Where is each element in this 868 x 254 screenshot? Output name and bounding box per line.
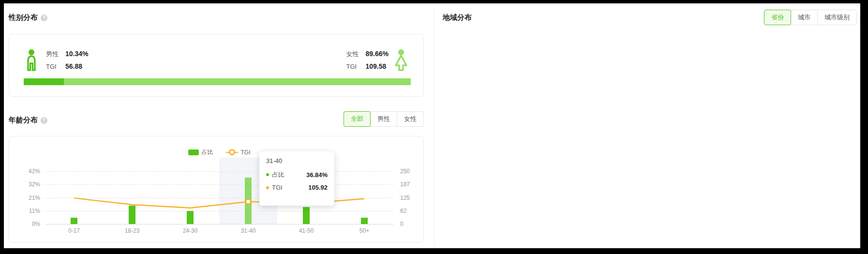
male-percent: 10.34% bbox=[65, 50, 88, 58]
y-axis-label-left: 32% bbox=[9, 181, 40, 188]
x-axis-label: 0-17 bbox=[55, 227, 93, 234]
male-label: 男性 bbox=[46, 50, 59, 59]
y-axis-label-left: 42% bbox=[9, 168, 40, 175]
orange-dot-icon bbox=[266, 186, 269, 189]
gender-section-title: 性别分布 ? bbox=[9, 13, 47, 22]
line-legend-marker bbox=[226, 149, 238, 155]
female-label: 女性 bbox=[346, 50, 359, 59]
y-axis-label-right: 62 bbox=[400, 208, 423, 214]
age-title-text: 年龄分布 bbox=[9, 116, 38, 125]
region-tab-1[interactable]: 城市 bbox=[791, 10, 818, 25]
age-bar[interactable] bbox=[187, 211, 194, 224]
gender-card: 男性 10.34% TGI 56.88 女性 89.66% TGI 109.58 bbox=[9, 34, 424, 97]
green-dot-icon bbox=[266, 173, 269, 176]
age-tab-0[interactable]: 全部 bbox=[344, 111, 371, 127]
age-bar[interactable] bbox=[129, 206, 135, 224]
y-axis-label-right: 250 bbox=[400, 168, 423, 175]
legend-item-ratio[interactable]: 占比 bbox=[188, 148, 213, 156]
female-percent: 89.66% bbox=[366, 50, 389, 58]
gender-ratio-bar bbox=[24, 78, 411, 85]
x-axis-label: 41-50 bbox=[287, 227, 326, 234]
age-bar[interactable] bbox=[303, 207, 310, 224]
legend-item-tgi[interactable]: TGI bbox=[226, 149, 251, 156]
region-tab-0[interactable]: 省份 bbox=[764, 10, 791, 25]
age-tab-2[interactable]: 女性 bbox=[397, 111, 424, 127]
panel-demographics: 性别分布 ? 男性 10.34% TGI 56.88 女性 89.66% TGI… bbox=[4, 3, 434, 248]
legend-tgi-label: TGI bbox=[241, 149, 251, 156]
gridline bbox=[45, 211, 393, 211]
age-bar[interactable] bbox=[361, 218, 368, 224]
y-axis-label-left: 11% bbox=[9, 208, 40, 214]
tooltip-row-tgi: TGI 105.92 bbox=[266, 184, 328, 191]
y-axis-label-right: 0 bbox=[400, 221, 423, 227]
help-icon[interactable]: ? bbox=[41, 117, 47, 124]
age-chart-card: 占比 TGI 42%25032%18721%12511%620%00-1718-… bbox=[9, 136, 424, 242]
x-axis-label: 31-40 bbox=[229, 227, 268, 234]
region-level-tabs: 省份城市城市级别 bbox=[764, 10, 857, 25]
region-title-text: 地域分布 bbox=[443, 13, 472, 22]
female-icon bbox=[393, 49, 409, 71]
tooltip-row-ratio: 占比 36.84% bbox=[266, 170, 328, 179]
age-section-title: 年龄分布 ? bbox=[9, 116, 47, 125]
age-chart[interactable]: 占比 TGI 42%25032%18721%12511%620%00-1718-… bbox=[9, 136, 423, 242]
x-axis-label: 24-30 bbox=[171, 227, 210, 234]
gridline bbox=[45, 184, 393, 185]
age-bar[interactable] bbox=[71, 218, 77, 224]
female-bar-segment bbox=[64, 78, 411, 85]
panel-region: 地域分布 省份城市城市级别 bbox=[434, 3, 861, 248]
male-stats: 男性 10.34% TGI 56.88 bbox=[46, 50, 88, 70]
help-icon[interactable]: ? bbox=[41, 15, 47, 21]
x-axis-label: 18-23 bbox=[113, 227, 151, 234]
region-tab-2[interactable]: 城市级别 bbox=[817, 10, 857, 25]
female-stats: 女性 89.66% TGI 109.58 bbox=[346, 50, 389, 70]
gridline bbox=[45, 224, 393, 224]
male-icon bbox=[24, 49, 39, 71]
age-gender-tabs: 全部男性女性 bbox=[344, 111, 424, 127]
region-section-title: 地域分布 bbox=[443, 13, 472, 22]
age-tab-1[interactable]: 男性 bbox=[370, 111, 397, 127]
age-bar[interactable] bbox=[245, 178, 252, 224]
gridline bbox=[45, 198, 393, 198]
y-axis-label-left: 21% bbox=[9, 194, 40, 201]
dashboard: 性别分布 ? 男性 10.34% TGI 56.88 女性 89.66% TGI… bbox=[4, 3, 860, 248]
x-axis-label: 50+ bbox=[345, 227, 384, 234]
tooltip-title: 31-40 bbox=[266, 157, 328, 164]
y-axis-label-right: 125 bbox=[400, 194, 423, 201]
bar-legend-swatch bbox=[188, 149, 199, 155]
y-axis-label-left: 0% bbox=[9, 221, 40, 227]
gridline bbox=[45, 171, 393, 172]
chart-legend[interactable]: 占比 TGI bbox=[45, 148, 393, 156]
female-tgi-value: 109.58 bbox=[366, 62, 389, 70]
male-tgi-value: 56.88 bbox=[65, 62, 88, 70]
chart-tooltip: 31-40 占比 36.84% TGI 105.92 bbox=[259, 151, 334, 206]
female-tgi-label: TGI bbox=[346, 63, 359, 70]
gender-title-text: 性别分布 bbox=[9, 13, 38, 22]
y-axis-label-right: 187 bbox=[400, 181, 423, 188]
male-bar-segment bbox=[24, 78, 64, 85]
legend-ratio-label: 占比 bbox=[202, 148, 213, 156]
male-tgi-label: TGI bbox=[46, 63, 59, 70]
